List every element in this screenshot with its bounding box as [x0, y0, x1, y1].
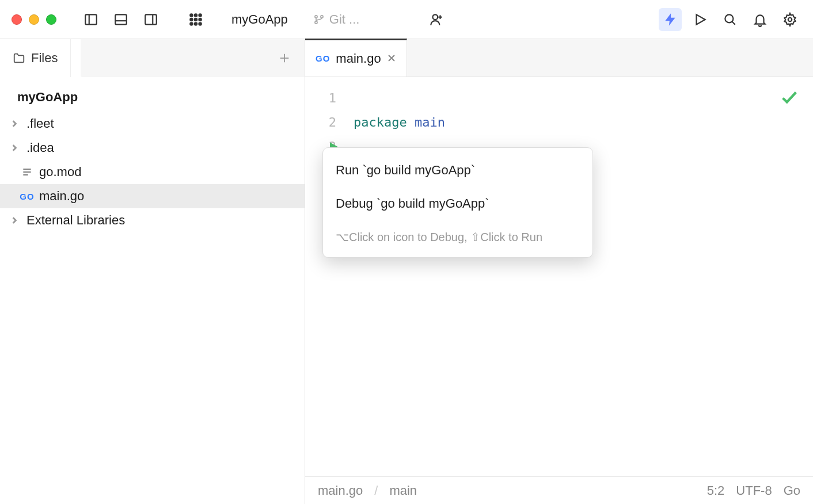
tree-folder-external-libraries[interactable]: External Libraries [0, 208, 305, 232]
chevron-right-icon [10, 116, 21, 131]
go-file-icon: GO [316, 54, 330, 63]
statusbar: main.go / main 5:2 UTF-8 Go [305, 476, 813, 504]
sidebar: Files myGoApp .fleet .idea go.mod [0, 39, 305, 504]
tree-folder-idea[interactable]: .idea [0, 136, 305, 160]
smart-mode-button[interactable] [659, 8, 682, 31]
svg-rect-0 [85, 14, 97, 24]
tree-file-maingo[interactable]: GO main.go [0, 184, 305, 208]
breadcrumb-file[interactable]: main.go [318, 483, 363, 498]
inspection-ok-icon[interactable] [780, 87, 799, 115]
notifications-button[interactable] [749, 8, 772, 31]
settings-button[interactable] [778, 8, 801, 31]
svg-point-18 [433, 14, 438, 20]
svg-point-13 [195, 22, 197, 25]
editor-pane: GO main.go 1 2 3 package main func main(… [305, 39, 813, 504]
svg-point-9 [190, 18, 192, 20]
go-file-icon: GO [21, 190, 33, 203]
tree-item-label: .fleet [26, 116, 54, 131]
sidebar-header: Files [0, 39, 305, 77]
file-tree: myGoApp .fleet .idea go.mod GO main.go [0, 77, 305, 232]
svg-point-17 [321, 15, 323, 17]
file-lines-icon [21, 166, 33, 178]
svg-point-12 [190, 22, 192, 25]
svg-rect-2 [115, 14, 127, 24]
svg-marker-21 [697, 14, 705, 24]
tree-item-label: .idea [26, 140, 54, 155]
toggle-bottom-panel-button[interactable] [109, 8, 132, 31]
new-file-button[interactable] [275, 48, 294, 68]
project-root[interactable]: myGoApp [0, 85, 305, 112]
popup-debug-action[interactable]: Debug `go build myGoApp` [323, 187, 592, 220]
svg-point-7 [195, 14, 197, 16]
svg-point-22 [725, 14, 733, 22]
code-editor[interactable]: 1 2 3 package main func main() { Run `go… [305, 77, 813, 476]
toggle-left-panel-button[interactable] [79, 8, 102, 31]
project-name[interactable]: myGoApp [231, 12, 288, 27]
breadcrumb-sep: / [374, 483, 378, 498]
tab-filename: main.go [336, 51, 381, 66]
svg-point-8 [199, 14, 201, 16]
line-number: 2 [305, 110, 343, 135]
svg-point-11 [199, 18, 201, 20]
files-tab-label: Files [31, 51, 58, 66]
tab-maingo[interactable]: GO main.go [305, 39, 407, 77]
svg-point-6 [190, 14, 192, 16]
svg-point-15 [315, 15, 317, 17]
close-window-button[interactable] [12, 14, 22, 25]
search-button[interactable] [719, 8, 742, 31]
chevron-right-icon [10, 213, 21, 228]
line-number: 1 [305, 86, 343, 110]
tree-item-label: External Libraries [26, 213, 125, 228]
minimize-window-button[interactable] [29, 14, 39, 25]
tree-file-gomod[interactable]: go.mod [0, 160, 305, 184]
svg-point-14 [199, 22, 201, 25]
window-controls [12, 14, 56, 25]
close-tab-button[interactable] [387, 51, 396, 66]
git-branch-label: Git ... [329, 12, 360, 27]
tree-item-label: main.go [39, 189, 84, 204]
svg-point-16 [315, 21, 317, 23]
zoom-window-button[interactable] [46, 14, 56, 25]
add-collaborator-button[interactable] [425, 8, 448, 31]
svg-rect-4 [145, 14, 157, 24]
app-menu-button[interactable] [184, 8, 207, 31]
editor-tabs: GO main.go [305, 39, 813, 77]
run-popup: Run `go build myGoApp` Debug `go build m… [322, 147, 593, 258]
svg-line-23 [732, 21, 735, 24]
tree-folder-fleet[interactable]: .fleet [0, 112, 305, 136]
breadcrumb-symbol[interactable]: main [389, 483, 417, 498]
popup-run-action[interactable]: Run `go build myGoApp` [323, 154, 592, 187]
ident-main: main [415, 115, 445, 129]
folder-icon [13, 52, 25, 64]
run-button[interactable] [689, 8, 712, 31]
git-branch-button[interactable]: Git ... [313, 12, 360, 27]
files-tab[interactable]: Files [0, 39, 71, 77]
tree-item-label: go.mod [39, 165, 81, 180]
file-language[interactable]: Go [784, 483, 800, 498]
svg-point-24 [788, 17, 792, 21]
kw-package: package [354, 115, 407, 129]
cursor-position[interactable]: 5:2 [707, 483, 725, 498]
toggle-right-panel-button[interactable] [139, 8, 162, 31]
svg-point-10 [195, 18, 197, 20]
file-encoding[interactable]: UTF-8 [736, 483, 772, 498]
chevron-right-icon [10, 140, 21, 155]
popup-hint: ⌥Click on icon to Debug, ⇧Click to Run [323, 220, 592, 250]
titlebar: myGoApp Git ... [0, 0, 813, 39]
